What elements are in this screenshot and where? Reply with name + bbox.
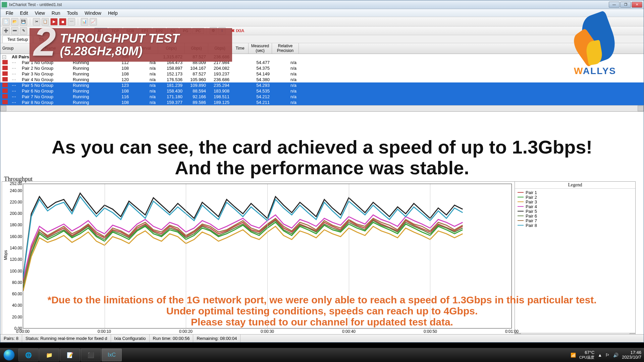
legend-swatch-icon — [518, 201, 524, 202]
x-tick: 0:00:00 — [16, 329, 30, 334]
menu-view[interactable]: View — [32, 10, 48, 16]
tb-new-icon[interactable]: 📄 — [2, 18, 10, 25]
legend-item[interactable]: Pair 1 — [518, 190, 633, 195]
task-chrome[interactable]: 🌐 — [18, 349, 39, 361]
menu-run[interactable]: Run — [48, 10, 64, 16]
cell-name: Pair 2 No Group — [20, 66, 71, 71]
menu-window[interactable]: Window — [81, 10, 105, 16]
cell-v2: 89.586 — [185, 100, 208, 105]
status-running: Status: Running real-time mode for fixed… — [22, 335, 111, 342]
cell-v3: 236.686 — [208, 77, 232, 82]
cell-na: n/a — [131, 71, 158, 76]
pair-icon — [2, 66, 8, 70]
tb-stop-icon[interactable]: ⏹ — [59, 18, 66, 25]
tb2-add-icon[interactable]: ➕ — [2, 27, 10, 35]
col-sec[interactable]: Measured (sec) — [249, 43, 272, 54]
y-tick: 80.00 — [12, 280, 22, 285]
legend-item[interactable]: Pair 7 — [518, 218, 633, 223]
table-row[interactable]: ⋯Pair 4 No GroupRunning120n/a176.536105.… — [0, 77, 644, 82]
legend-label: Pair 1 — [526, 190, 537, 195]
table-row[interactable]: ⋯Pair 2 No GroupRunning108n/a158.897104.… — [0, 65, 644, 71]
y-tick: 100.00 — [10, 269, 22, 274]
legend-item[interactable]: Pair 4 — [518, 204, 633, 209]
cell-status: Running — [71, 83, 104, 88]
grid-hscroll[interactable] — [0, 105, 644, 111]
tb-save-icon[interactable]: 💾 — [20, 18, 27, 25]
menu-file[interactable]: File — [2, 10, 17, 16]
cell-sec: 54.212 — [249, 94, 272, 99]
window-title: IxChariot Test - untitled1.tst — [9, 2, 609, 7]
cell-completed: 116 — [104, 94, 131, 99]
tray-clock[interactable]: 17:462023/10/7 — [622, 350, 641, 360]
tree-collapse-icon[interactable]: − — [2, 55, 6, 59]
menu-tools[interactable]: Tools — [63, 10, 81, 16]
status-pairs: Pairs: 8 — [0, 335, 22, 342]
tab-test-setup[interactable]: Test Setup — [2, 36, 33, 43]
maximize-button[interactable]: ❐ — [620, 2, 631, 8]
legend-item[interactable]: Pair 8 — [518, 223, 633, 228]
legend-item[interactable]: Pair 5 — [518, 209, 633, 214]
pair-icon — [2, 77, 8, 81]
table-row[interactable]: ⋯Pair 7 No GroupRunning116n/a171.18092.1… — [0, 94, 644, 100]
table-row[interactable]: ⋯Pair 5 No GroupRunning123n/a181.239109.… — [0, 82, 644, 88]
tb-more-icon[interactable]: ⋯ — [68, 18, 75, 25]
cell-v1: 158.430 — [158, 88, 185, 94]
legend-label: Pair 5 — [526, 209, 537, 214]
tray-net-icon[interactable]: 📶 — [571, 353, 576, 358]
table-row[interactable]: ⋯Pair 3 No GroupRunning108n/a152.17387.5… — [0, 71, 644, 77]
legend-swatch-icon — [518, 216, 524, 216]
legend-label: Pair 6 — [526, 214, 537, 219]
y-tick: 200.00 — [10, 211, 22, 216]
legend-item[interactable]: Pair 2 — [518, 195, 633, 199]
close-button[interactable]: ✕ — [632, 2, 642, 8]
menu-help[interactable]: Help — [105, 10, 121, 16]
task-cmd[interactable]: ⬛ — [81, 349, 101, 361]
cell-name: Pair 3 No Group — [20, 71, 71, 76]
overlay-banner: 2 THROUGHPUT TEST (5.28GHz,80M) — [30, 28, 232, 62]
minimize-button[interactable]: — — [609, 2, 620, 8]
tb2-del-icon[interactable]: ➖ — [11, 27, 18, 35]
task-notepad[interactable]: 📝 — [60, 349, 80, 361]
cell-v2: 87.527 — [185, 71, 208, 76]
cell-v3: 189.125 — [208, 100, 232, 105]
start-button[interactable] — [0, 348, 18, 362]
tray-flag-icon[interactable]: 🏳 — [605, 353, 610, 358]
wallys-logo: WALLYS — [561, 14, 629, 76]
status-runtime: Run time: 00:00:56 — [150, 335, 194, 342]
pair-icon — [2, 71, 8, 76]
menu-edit[interactable]: Edit — [17, 10, 32, 16]
cell-name: Pair 5 No Group — [20, 83, 71, 88]
status-remaining: Remaining: 08:00:04 — [193, 335, 240, 342]
tb-chart2-icon[interactable]: 📈 — [90, 18, 97, 25]
y-tick: 120.00 — [10, 257, 22, 262]
col-group[interactable]: Group — [0, 43, 31, 54]
cell-rp: n/a — [272, 100, 299, 105]
pair-icon — [2, 60, 8, 64]
foot-line3: Please stay tuned to our channel for upd… — [191, 316, 453, 327]
cell-v1: 176.536 — [158, 77, 185, 82]
legend-item[interactable]: Pair 3 — [518, 199, 633, 204]
tray-temp[interactable]: 67°CCPU温度 — [579, 350, 594, 360]
tb-sep — [30, 18, 30, 25]
tray-up-icon[interactable]: ▲ — [598, 353, 602, 358]
tb-chart-icon[interactable]: 📊 — [81, 18, 88, 25]
table-row[interactable]: ⋯Pair 8 No GroupRunning108n/a159.37789.5… — [0, 100, 644, 105]
col-time[interactable]: Time — [232, 43, 249, 54]
legend-item[interactable]: Pair 6 — [518, 214, 633, 218]
cell-rp: n/a — [272, 77, 299, 82]
table-row[interactable]: ⋯Pair 6 No GroupRunning108n/a158.43088.5… — [0, 88, 644, 94]
tray-vol-icon[interactable]: 🔊 — [613, 353, 619, 358]
legend-label: Pair 8 — [526, 223, 537, 228]
cell-v3: 193.237 — [208, 71, 232, 76]
cell-v2: 92.166 — [185, 94, 208, 99]
system-tray: 📶 67°CCPU温度 ▲ 🏳 🔊 17:462023/10/7 — [571, 350, 644, 360]
tb-open-icon[interactable]: 📂 — [11, 18, 18, 25]
banner-line2: (5.28GHz,80M) — [60, 44, 143, 58]
cell-sec: 54.293 — [249, 83, 272, 88]
task-ixchariot[interactable]: IxC — [102, 349, 122, 361]
col-rp[interactable]: Relative Precision — [272, 43, 299, 54]
cell-status: Running — [71, 71, 104, 76]
cell-rp: n/a — [272, 60, 299, 65]
task-explorer[interactable]: 📁 — [39, 349, 59, 361]
tb2-edit-icon[interactable]: ✎ — [20, 27, 27, 35]
